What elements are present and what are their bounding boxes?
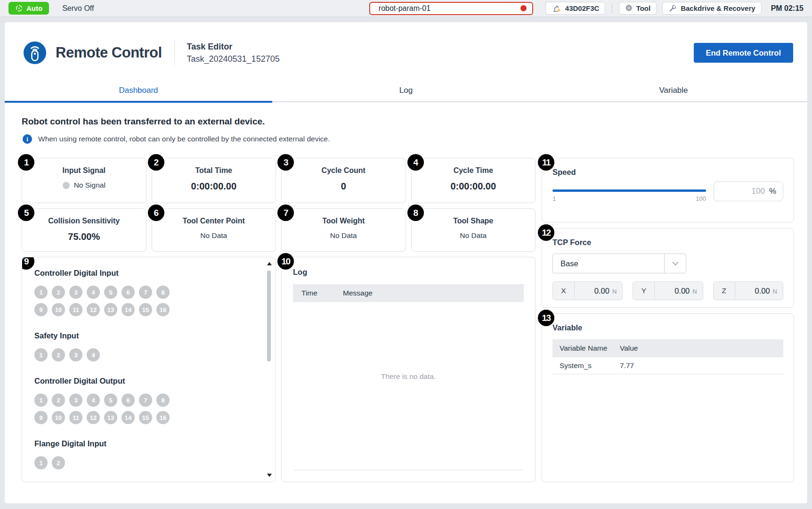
stat-card-value-text: 0:00:00.00 — [450, 181, 496, 192]
frame-selected-value: Base — [553, 259, 664, 268]
tcp-axes-row: X0.00NY0.00NZ0.00N — [552, 281, 783, 300]
speed-slider[interactable] — [552, 189, 706, 192]
dashboard-right: 11 Speed 1 100 10 — [542, 158, 794, 482]
io-group-title: Flange Digital Input — [34, 439, 257, 448]
callout-badge-12: 12 — [538, 224, 554, 241]
io-indicator-row: 12345678 — [34, 286, 257, 299]
speed-slider-labels: 1 100 — [552, 195, 706, 202]
io-indicator: 1 — [34, 456, 48, 469]
tcp-axis-unit: N — [612, 288, 617, 295]
stat-card-value-text: 0:00:00.00 — [191, 181, 236, 192]
stat-card-title: Collision Sensitivity — [22, 217, 146, 225]
program-name-field[interactable]: robot-param-01 — [369, 2, 533, 15]
speed-slider-wrap: 1 100 — [552, 181, 706, 202]
io-indicator: 16 — [156, 303, 170, 316]
tool-button-label: Tool — [636, 4, 651, 12]
io-indicator: 14 — [122, 303, 135, 316]
scrollbar-thumb[interactable] — [267, 271, 271, 361]
tool-button[interactable]: ⚙ Tool — [619, 2, 657, 15]
scroll-up-icon[interactable] — [267, 262, 272, 265]
callout-badge-6: 6 — [148, 205, 164, 221]
variable-row: System_s7.77 — [552, 357, 783, 374]
tcp-axis-field-y: Y0.00N — [633, 281, 703, 300]
robot-id-button[interactable]: 43D02F3C — [545, 2, 606, 15]
stat-card-value-text: No Signal — [74, 181, 106, 189]
program-name-text: robot-param-01 — [379, 4, 430, 13]
signal-dot-icon — [63, 182, 70, 189]
header-divider — [174, 40, 175, 66]
io-group-controller-digital-input: Controller Digital Input1234567891011121… — [34, 269, 257, 316]
stat-card-value: No Data — [152, 231, 276, 240]
io-indicator: 3 — [69, 394, 82, 407]
io-indicator: 10 — [52, 411, 65, 424]
callout-badge-4: 4 — [407, 154, 424, 171]
io-indicator-row: 1234 — [34, 348, 257, 361]
mode-label: Auto — [26, 4, 42, 12]
io-indicator-row: 12345678 — [34, 394, 257, 407]
callout-badge-7: 7 — [277, 205, 294, 221]
dashboard-left: 1Input SignalNo Signal2Total Time0:00:00… — [22, 158, 536, 482]
axis-label-y: Y — [633, 282, 655, 300]
io-indicator: 10 — [52, 303, 65, 316]
io-indicator: 6 — [122, 394, 135, 407]
io-indicator: 15 — [139, 411, 152, 424]
scroll-down-icon[interactable] — [267, 474, 272, 477]
stat-card-tool-shape: 8Tool ShapeNo Data — [411, 208, 536, 252]
io-indicator: 9 — [34, 303, 48, 316]
task-block: Task Editor Task_20240531_152705 — [187, 42, 280, 64]
tcp-axis-value: 0.00N — [735, 287, 783, 296]
io-indicator-row: 12 — [34, 456, 257, 469]
stat-card-collision-sensitivity: 5Collision Sensitivity75.00% — [22, 208, 146, 252]
io-indicator: 4 — [87, 286, 100, 299]
callout-badge-11: 11 — [538, 154, 554, 171]
io-indicator: 2 — [52, 394, 65, 407]
io-indicator: 6 — [122, 286, 135, 299]
speed-row: 1 100 100 % — [552, 181, 783, 202]
transfer-notice-title: Robot control has been transferred to an… — [22, 116, 794, 127]
servo-status: Servo Off — [62, 4, 94, 13]
io-indicator: 3 — [69, 348, 82, 361]
speed-panel: 11 Speed 1 100 10 — [542, 158, 794, 222]
stat-card-value: No Data — [412, 231, 536, 240]
stat-card-value-text: No Data — [460, 231, 487, 240]
io-indicator: 12 — [87, 411, 100, 424]
io-indicator: 9 — [34, 411, 48, 424]
log-panel: 10 Log TimeMessage There is no data. — [281, 257, 536, 482]
tab-log[interactable]: Log — [272, 80, 540, 103]
mode-auto-badge[interactable]: Auto — [8, 2, 49, 15]
stat-card-title: Cycle Count — [282, 166, 406, 175]
info-icon: i — [23, 134, 32, 144]
io-indicator: 5 — [104, 394, 117, 407]
speed-max-label: 100 — [696, 195, 706, 202]
page-header: Remote Control Task Editor Task_20240531… — [5, 22, 807, 80]
tcp-axis-unit: N — [692, 288, 697, 295]
log-empty-message: There is no data. — [293, 302, 524, 470]
stat-card-title: Tool Center Point — [152, 217, 276, 225]
backdrive-recovery-button[interactable]: Backdrive & Recovery — [662, 2, 761, 15]
io-indicator: 7 — [139, 286, 152, 299]
stat-card-value: No Data — [282, 231, 406, 240]
info-text: When using remote control, robot can onl… — [38, 135, 330, 143]
speed-value-input[interactable]: 100 % — [714, 181, 783, 201]
tcp-axis-value: 0.00N — [655, 287, 702, 296]
io-indicator: 2 — [52, 456, 65, 469]
end-remote-control-button[interactable]: End Remote Control — [694, 43, 794, 63]
callout-badge-1: 1 — [18, 154, 34, 171]
variable-table-header: Variable NameValue — [552, 339, 783, 357]
stat-card-title: Tool Shape — [412, 217, 536, 225]
tab-dashboard[interactable]: Dashboard — [5, 80, 272, 103]
stat-card-value-text: 0 — [341, 181, 346, 192]
task-name: Task_20240531_152705 — [187, 54, 280, 64]
tab-variable[interactable]: Variable — [540, 80, 807, 103]
stat-card-value: No Signal — [22, 181, 146, 189]
stat-card-total-time: 2Total Time0:00:00.00 — [152, 158, 276, 203]
variable-panel-title: Variable — [552, 323, 783, 332]
io-group-flange-digital-input: Flange Digital Input12 — [34, 439, 257, 469]
stat-card-title: Tool Weight — [282, 217, 406, 225]
tcp-axis-number: 0.00 — [674, 287, 690, 295]
reference-frame-select[interactable]: Base — [552, 254, 686, 273]
io-indicator: 8 — [156, 394, 170, 407]
dashboard-content: Robot control has been transferred to an… — [5, 102, 807, 482]
stat-card-title: Input Signal — [22, 166, 146, 175]
log-panel-title: Log — [293, 268, 524, 277]
